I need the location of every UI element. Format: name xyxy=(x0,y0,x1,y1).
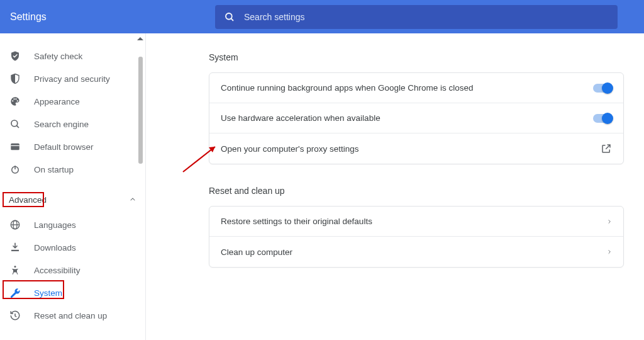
globe-icon xyxy=(9,218,21,231)
download-icon xyxy=(9,241,21,254)
chevron-right-icon xyxy=(607,248,612,256)
reset-card: Restore settings to their original defau… xyxy=(209,206,624,268)
svg-line-3 xyxy=(16,125,19,128)
row-cleanup-computer[interactable]: Clean up computer xyxy=(209,237,623,267)
sidebar-item-label: On startup xyxy=(34,165,145,174)
sidebar-item-label: Reset and clean up xyxy=(34,311,145,320)
sidebar-item-label: Default browser xyxy=(34,142,145,152)
sidebar-item-label: Downloads xyxy=(34,243,145,252)
sidebar-section-advanced[interactable]: Advanced xyxy=(0,188,145,211)
page-title: Settings xyxy=(10,11,211,23)
svg-point-0 xyxy=(226,13,232,20)
sidebar-section-label: Advanced xyxy=(9,195,126,205)
sidebar: Safety check Privacy and security Appear… xyxy=(0,33,146,340)
sidebar-item-label: Search engine xyxy=(34,120,145,129)
power-icon xyxy=(9,163,21,176)
sidebar-item-reset[interactable]: Reset and clean up xyxy=(0,304,145,327)
row-background-apps[interactable]: Continue running background apps when Go… xyxy=(209,73,623,103)
search-icon xyxy=(224,11,235,23)
system-card: Continue running background apps when Go… xyxy=(209,72,624,164)
main-content: System Continue running background apps … xyxy=(146,33,644,340)
chevron-right-icon xyxy=(607,218,612,225)
sidebar-item-default-browser[interactable]: Default browser xyxy=(0,135,145,158)
sidebar-item-appearance[interactable]: Appearance xyxy=(0,90,145,113)
wrench-icon xyxy=(9,286,21,299)
sidebar-item-label: Accessibility xyxy=(34,266,145,275)
row-label: Use hardware acceleration when available xyxy=(221,113,593,123)
row-label: Continue running background apps when Go… xyxy=(221,83,593,93)
accessibility-icon xyxy=(9,264,21,276)
sidebar-item-label: Safety check xyxy=(34,52,145,61)
section-title-system: System xyxy=(209,52,624,62)
svg-point-2 xyxy=(11,120,18,127)
svg-rect-5 xyxy=(11,144,19,145)
shield-check-icon xyxy=(9,50,21,62)
sidebar-item-system[interactable]: System xyxy=(0,281,145,304)
sidebar-item-accessibility[interactable]: Accessibility xyxy=(0,259,145,281)
chevron-up-icon xyxy=(126,196,139,203)
sidebar-item-downloads[interactable]: Downloads xyxy=(0,236,145,259)
sidebar-item-label: Languages xyxy=(34,220,145,230)
svg-rect-6 xyxy=(11,145,19,146)
toggle-background-apps[interactable] xyxy=(593,84,612,93)
magnifier-icon xyxy=(9,118,21,130)
history-icon xyxy=(9,309,21,322)
toggle-hardware-accel[interactable] xyxy=(593,114,612,123)
section-title-reset: Reset and clean up xyxy=(209,186,624,196)
svg-point-13 xyxy=(14,266,16,268)
row-restore-defaults[interactable]: Restore settings to their original defau… xyxy=(209,207,623,237)
row-label: Restore settings to their original defau… xyxy=(221,217,607,226)
sidebar-item-safety-check[interactable]: Safety check xyxy=(0,45,145,67)
search-box[interactable] xyxy=(215,5,618,29)
sidebar-item-on-startup[interactable]: On startup xyxy=(0,158,145,181)
row-label: Open your computer's proxy settings xyxy=(221,144,601,154)
sidebar-item-label: System xyxy=(34,288,145,298)
search-input[interactable] xyxy=(244,12,609,22)
sidebar-item-label: Appearance xyxy=(34,97,145,106)
row-hardware-accel[interactable]: Use hardware acceleration when available xyxy=(209,103,623,133)
row-proxy-settings[interactable]: Open your computer's proxy settings xyxy=(209,133,623,164)
svg-line-1 xyxy=(231,18,233,21)
scroll-up-arrow-icon xyxy=(137,37,143,40)
browser-icon xyxy=(9,140,21,153)
svg-rect-12 xyxy=(11,250,19,251)
external-link-icon xyxy=(601,143,612,154)
sidebar-item-label: Privacy and security xyxy=(34,74,145,84)
palette-icon xyxy=(9,95,21,108)
shield-half-icon xyxy=(9,72,21,85)
sidebar-item-privacy[interactable]: Privacy and security xyxy=(0,67,145,90)
sidebar-item-languages[interactable]: Languages xyxy=(0,213,145,236)
sidebar-item-search-engine[interactable]: Search engine xyxy=(0,113,145,135)
row-label: Clean up computer xyxy=(221,247,607,257)
header: Settings xyxy=(0,0,644,33)
